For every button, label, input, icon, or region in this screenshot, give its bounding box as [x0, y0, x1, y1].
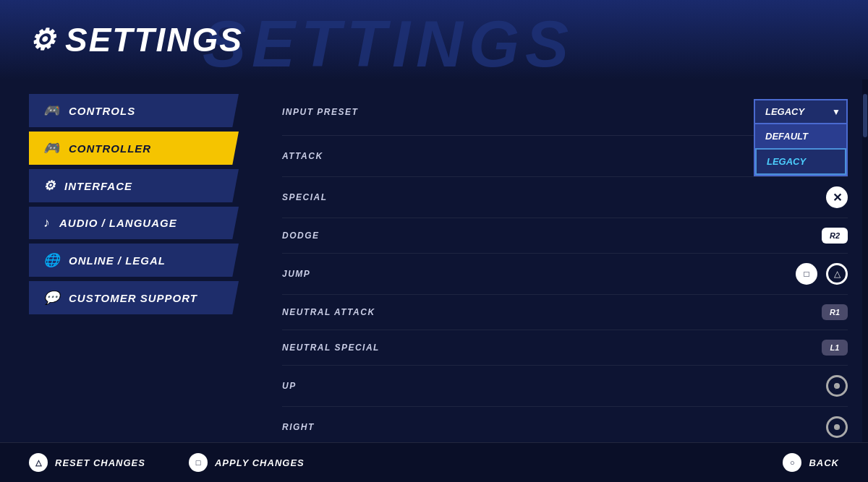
- back-button[interactable]: ○ BACK: [783, 453, 839, 472]
- sidebar-item-interface-label: INTERFACE: [64, 180, 132, 192]
- square-icon: □: [804, 269, 809, 279]
- jump-square-button[interactable]: □: [796, 263, 817, 285]
- special-cross-button[interactable]: ✕: [826, 186, 848, 208]
- sidebar-item-audio-label: AUDIO / LANGUAGE: [59, 217, 177, 229]
- reset-changes-button[interactable]: △ RESET CHANGES: [29, 453, 145, 472]
- dodge-label: DODGE: [282, 231, 320, 241]
- right-joystick-button[interactable]: [826, 416, 848, 438]
- sidebar-item-controls[interactable]: 🎮 CONTROLS: [29, 94, 239, 127]
- page-title-text: SETTINGS: [65, 20, 243, 59]
- main-content: 🎮 CONTROLS 🎮 CONTROLLER ⚙ INTERFACE ♪ AU…: [0, 79, 868, 482]
- r1-icon: R1: [830, 308, 840, 317]
- audio-icon: ♪: [43, 215, 51, 231]
- setting-row-neutral-special: NEUTRAL SPECIAL L1: [282, 330, 848, 366]
- reset-label: RESET CHANGES: [55, 457, 145, 468]
- sidebar-item-controller[interactable]: 🎮 CONTROLLER: [29, 132, 239, 165]
- special-label: SPECIAL: [282, 192, 328, 202]
- setting-row-dodge: DODGE R2: [282, 218, 848, 254]
- setting-row-special: SPECIAL ✕: [282, 177, 848, 218]
- sidebar-item-online-label: ONLINE / LEGAL: [69, 254, 166, 267]
- attack-label: ATTACK: [282, 151, 323, 161]
- circle-back-icon: ○: [790, 458, 795, 467]
- sidebar-item-support[interactable]: 💬 CUSTOMER SUPPORT: [29, 281, 239, 314]
- jump-label: JUMP: [282, 269, 310, 279]
- controller-icon: 🎮: [43, 140, 60, 156]
- sidebar-item-controller-label: CONTROLLER: [69, 142, 151, 155]
- controls-icon: 🎮: [43, 103, 60, 119]
- apply-square-icon: □: [189, 453, 208, 472]
- settings-list: ATTACK ● SPECIAL ✕ DODGE: [282, 136, 848, 442]
- apply-changes-button[interactable]: □ APPLY CHANGES: [189, 453, 305, 472]
- settings-gear-icon: ⚙: [29, 23, 56, 56]
- scrollbar-track[interactable]: [862, 79, 868, 442]
- right-content-area: INPUT PRESET Legacy ▼ DEFAULT LEGACY ATT…: [260, 79, 862, 442]
- header: ⚙ SETTINGS: [0, 0, 868, 79]
- back-label: BACK: [809, 457, 839, 468]
- jump-controls: □ △: [796, 263, 848, 285]
- bottom-bar: △ RESET CHANGES □ APPLY CHANGES ○ BACK: [0, 442, 868, 482]
- dodge-controls: R2: [822, 228, 848, 244]
- back-circle-icon: ○: [783, 453, 801, 472]
- neutral-special-l1-button[interactable]: L1: [822, 340, 848, 356]
- sidebar-item-audio[interactable]: ♪ AUDIO / LANGUAGE: [29, 207, 239, 239]
- interface-icon: ⚙: [43, 178, 56, 194]
- right-label: RIGHT: [282, 422, 315, 432]
- preset-dropdown-options: DEFAULT LEGACY: [754, 124, 848, 176]
- triangle-icon: △: [834, 269, 841, 279]
- preset-dropdown-wrapper: Legacy ▼ DEFAULT LEGACY: [754, 99, 848, 124]
- preset-option-default[interactable]: DEFAULT: [755, 124, 846, 148]
- square-small-icon: □: [196, 458, 201, 467]
- jump-triangle-button[interactable]: △: [826, 263, 848, 285]
- triangle-small-icon: △: [35, 458, 41, 468]
- preset-current-value: Legacy: [765, 106, 804, 117]
- cross-icon: ✕: [833, 191, 842, 205]
- input-preset-row: INPUT PRESET Legacy ▼ DEFAULT LEGACY: [282, 90, 848, 136]
- setting-row-up: UP: [282, 366, 848, 407]
- scrollbar-thumb[interactable]: [863, 94, 867, 137]
- support-icon: 💬: [43, 290, 60, 306]
- up-label: UP: [282, 381, 297, 391]
- sidebar: 🎮 CONTROLS 🎮 CONTROLLER ⚙ INTERFACE ♪ AU…: [0, 79, 260, 442]
- sidebar-item-online[interactable]: 🌐 ONLINE / LEGAL: [29, 244, 239, 277]
- right-controls: [826, 416, 848, 438]
- l1-icon: L1: [830, 343, 840, 352]
- preset-label: INPUT PRESET: [282, 107, 358, 117]
- apply-label: APPLY CHANGES: [215, 457, 305, 468]
- special-controls: ✕: [826, 186, 848, 208]
- reset-triangle-icon: △: [29, 453, 48, 472]
- neutral-attack-controls: R1: [822, 304, 848, 320]
- r2-icon: R2: [830, 231, 840, 240]
- sidebar-item-support-label: CUSTOMER SUPPORT: [69, 292, 197, 304]
- sidebar-item-interface[interactable]: ⚙ INTERFACE: [29, 169, 239, 202]
- neutral-attack-r1-button[interactable]: R1: [822, 304, 848, 320]
- setting-row-jump: JUMP □ △: [282, 254, 848, 295]
- chevron-down-icon: ▼: [832, 107, 841, 117]
- neutral-special-label: NEUTRAL SPECIAL: [282, 343, 380, 353]
- setting-row-neutral-attack: NEUTRAL ATTACK R1: [282, 295, 848, 330]
- up-joystick-button[interactable]: [826, 375, 848, 397]
- dodge-r2-button[interactable]: R2: [822, 228, 848, 244]
- sidebar-item-controls-label: CONTROLS: [69, 105, 135, 117]
- neutral-attack-label: NEUTRAL ATTACK: [282, 307, 375, 317]
- up-controls: [826, 375, 848, 397]
- page-title: ⚙ SETTINGS: [29, 20, 243, 59]
- setting-row-right: RIGHT: [282, 407, 848, 442]
- preset-dropdown-button[interactable]: Legacy ▼: [754, 99, 848, 124]
- online-icon: 🌐: [43, 252, 60, 268]
- preset-option-legacy[interactable]: LEGACY: [755, 148, 846, 175]
- neutral-special-controls: L1: [822, 340, 848, 356]
